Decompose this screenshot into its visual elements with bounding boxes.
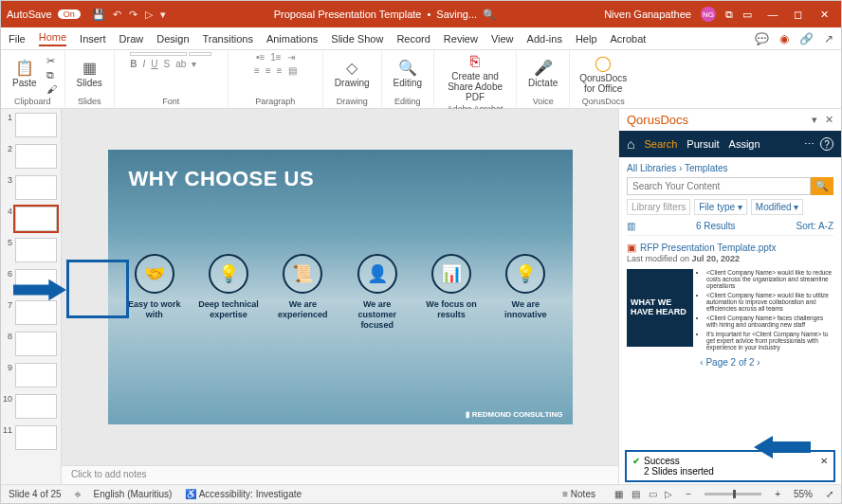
- toast-close-icon[interactable]: ✕: [820, 456, 828, 466]
- normal-view-icon[interactable]: ▦: [614, 489, 623, 499]
- format-painter-icon[interactable]: 🖌: [46, 83, 57, 95]
- filter-filetype[interactable]: File type ▾: [694, 199, 747, 215]
- filter-modified[interactable]: Modified ▾: [751, 199, 804, 215]
- new-slide-button[interactable]: ▦Slides: [73, 59, 106, 90]
- slide-position[interactable]: Slide 4 of 25: [9, 489, 62, 499]
- drawing-button[interactable]: ◇Drawing: [331, 59, 374, 90]
- tab-home[interactable]: Home: [39, 31, 66, 46]
- font-more-icon[interactable]: ▾: [192, 59, 196, 69]
- undo-icon[interactable]: ↶: [113, 9, 121, 21]
- slide-thumb-2[interactable]: 2: [3, 144, 59, 169]
- editing-button[interactable]: 🔍Editing: [390, 59, 427, 90]
- taskpane-close-icon[interactable]: ✕: [825, 114, 833, 126]
- qat-overflow-icon[interactable]: ▾: [160, 9, 166, 21]
- slide-thumb-11[interactable]: 11: [3, 425, 59, 450]
- tab-review[interactable]: Review: [444, 33, 478, 45]
- coming-soon-icon[interactable]: ⧉: [725, 9, 733, 21]
- font-size-select[interactable]: [189, 52, 211, 56]
- close-icon[interactable]: ✕: [813, 9, 835, 21]
- save-icon[interactable]: 💾: [92, 9, 105, 21]
- minimize-icon[interactable]: —: [761, 9, 784, 20]
- numbering-icon[interactable]: 1≡: [270, 52, 281, 63]
- slide-thumb-1[interactable]: 1: [3, 113, 59, 137]
- notes-input[interactable]: Click to add notes: [62, 465, 618, 484]
- breadcrumb[interactable]: All Libraries › Templates: [627, 163, 833, 173]
- fit-window-icon[interactable]: ⤢: [826, 489, 833, 499]
- slide-thumb-3[interactable]: 3: [3, 175, 59, 200]
- nav-assign[interactable]: Assign: [729, 138, 760, 150]
- share-icon[interactable]: 🔗: [799, 32, 814, 45]
- copy-icon[interactable]: ⧉: [46, 69, 57, 81]
- tab-design[interactable]: Design: [156, 33, 189, 45]
- search-button[interactable]: 🔍: [811, 177, 833, 195]
- align-right-icon[interactable]: ≡: [277, 65, 283, 76]
- tab-help[interactable]: Help: [576, 33, 597, 45]
- redo-icon[interactable]: ↷: [129, 9, 137, 21]
- search-input[interactable]: [627, 177, 811, 195]
- tab-record[interactable]: Record: [396, 33, 430, 45]
- slide-thumb-7[interactable]: 7: [3, 300, 59, 325]
- slideshow-view-icon[interactable]: ▷: [665, 489, 672, 499]
- spellcheck-icon[interactable]: ⎆: [75, 489, 81, 499]
- cut-icon[interactable]: ✂: [46, 55, 57, 67]
- zoom-in-icon[interactable]: +: [775, 489, 780, 499]
- shadow-button[interactable]: ab: [175, 59, 186, 69]
- tab-draw[interactable]: Draw: [119, 33, 144, 45]
- present-icon[interactable]: ↗: [824, 32, 833, 45]
- user-name[interactable]: Niven Ganapathee: [604, 9, 691, 20]
- autosave-toggle[interactable]: On: [58, 9, 81, 19]
- strike-button[interactable]: S: [164, 59, 171, 69]
- zoom-slider[interactable]: [705, 493, 761, 495]
- slide-thumb-8[interactable]: 8: [3, 332, 59, 356]
- adobe-pdf-button[interactable]: ⎘Create and Share Adobe PDF: [442, 52, 508, 104]
- sort-button[interactable]: Sort: A-Z: [796, 221, 833, 231]
- zoom-level[interactable]: 55%: [794, 489, 813, 499]
- sorter-view-icon[interactable]: ▤: [632, 489, 640, 499]
- tab-view[interactable]: View: [491, 33, 514, 45]
- result-doc-name[interactable]: RFP Presentation Template.pptx: [640, 243, 777, 253]
- slide-canvas[interactable]: WHY CHOOSE US 🤝Easy to work with💡Deep te…: [62, 109, 618, 465]
- layout-toggle-icon[interactable]: ▥: [627, 221, 635, 231]
- camera-icon[interactable]: ◉: [779, 32, 789, 45]
- columns-icon[interactable]: ▤: [288, 65, 297, 76]
- comments-icon[interactable]: 💬: [755, 32, 769, 45]
- font-family-select[interactable]: [130, 52, 187, 56]
- reading-view-icon[interactable]: ▭: [649, 489, 657, 499]
- home-icon[interactable]: ⌂: [627, 136, 634, 152]
- slide-thumb-4[interactable]: 4: [3, 207, 59, 231]
- nav-pursuit[interactable]: Pursuit: [686, 138, 719, 150]
- dictate-button[interactable]: 🎤Dictate: [524, 59, 561, 90]
- paste-button[interactable]: 📋Paste: [9, 59, 41, 90]
- notes-toggle[interactable]: ≡ Notes: [562, 489, 595, 499]
- nav-search[interactable]: Search: [644, 138, 677, 150]
- ribbon-display-icon[interactable]: ▭: [742, 9, 752, 21]
- help-icon[interactable]: ?: [820, 137, 833, 151]
- title-search-icon[interactable]: 🔍: [483, 9, 496, 21]
- tab-animations[interactable]: Animations: [266, 33, 318, 45]
- underline-button[interactable]: U: [151, 59, 157, 69]
- language[interactable]: English (Mauritius): [94, 489, 173, 499]
- maximize-icon[interactable]: ◻: [787, 9, 810, 21]
- taskpane-menu-icon[interactable]: ▾: [812, 114, 817, 126]
- tab-file[interactable]: File: [9, 33, 26, 45]
- indent-icon[interactable]: ⇥: [287, 52, 295, 63]
- preview-slide-thumb[interactable]: WHAT WE HAVE HEARD: [627, 269, 693, 347]
- pager[interactable]: ‹ Page 2 of 2 ›: [627, 357, 833, 368]
- filter-library[interactable]: Library filters: [627, 199, 690, 215]
- start-slideshow-icon[interactable]: ▷: [145, 9, 153, 21]
- tab-acrobat[interactable]: Acrobat: [611, 33, 647, 45]
- accessibility-status[interactable]: ♿ Accessibility: Investigate: [185, 489, 302, 499]
- bullets-icon[interactable]: •≡: [256, 52, 265, 63]
- italic-button[interactable]: I: [143, 59, 146, 69]
- tab-transitions[interactable]: Transitions: [203, 33, 253, 45]
- nav-more-icon[interactable]: ⋯: [804, 138, 815, 151]
- tab-addins[interactable]: Add-ins: [527, 33, 562, 45]
- bold-button[interactable]: B: [130, 59, 137, 69]
- slide-thumb-5[interactable]: 5: [3, 238, 59, 262]
- slide-thumb-9[interactable]: 9: [3, 363, 59, 387]
- zoom-out-icon[interactable]: −: [686, 489, 691, 499]
- align-center-icon[interactable]: ≡: [265, 65, 271, 76]
- slide-thumb-10[interactable]: 10: [3, 394, 59, 419]
- align-left-icon[interactable]: ≡: [254, 65, 260, 76]
- avatar[interactable]: NG: [701, 7, 716, 22]
